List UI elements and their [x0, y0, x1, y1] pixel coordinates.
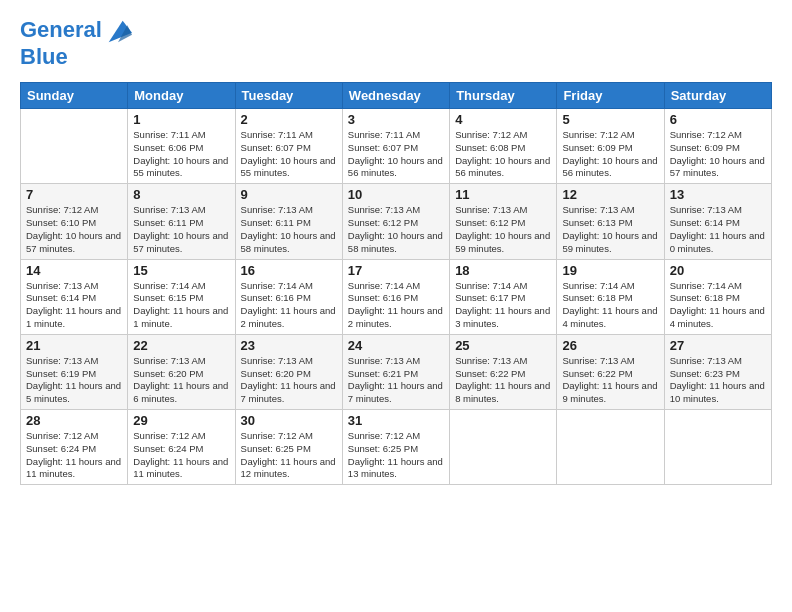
- day-info: Sunrise: 7:13 AMSunset: 6:14 PMDaylight:…: [670, 204, 766, 255]
- day-number: 8: [133, 187, 229, 202]
- day-number: 6: [670, 112, 766, 127]
- week-row-5: 28Sunrise: 7:12 AMSunset: 6:24 PMDayligh…: [21, 410, 772, 485]
- weekday-monday: Monday: [128, 83, 235, 109]
- day-info: Sunrise: 7:13 AMSunset: 6:22 PMDaylight:…: [562, 355, 658, 406]
- day-number: 16: [241, 263, 337, 278]
- day-cell: 24Sunrise: 7:13 AMSunset: 6:21 PMDayligh…: [342, 334, 449, 409]
- day-cell: 1Sunrise: 7:11 AMSunset: 6:06 PMDaylight…: [128, 109, 235, 184]
- day-info: Sunrise: 7:11 AMSunset: 6:07 PMDaylight:…: [241, 129, 337, 180]
- day-cell: 26Sunrise: 7:13 AMSunset: 6:22 PMDayligh…: [557, 334, 664, 409]
- day-cell: 23Sunrise: 7:13 AMSunset: 6:20 PMDayligh…: [235, 334, 342, 409]
- day-cell: 10Sunrise: 7:13 AMSunset: 6:12 PMDayligh…: [342, 184, 449, 259]
- weekday-wednesday: Wednesday: [342, 83, 449, 109]
- day-cell: 6Sunrise: 7:12 AMSunset: 6:09 PMDaylight…: [664, 109, 771, 184]
- day-number: 19: [562, 263, 658, 278]
- day-info: Sunrise: 7:12 AMSunset: 6:25 PMDaylight:…: [348, 430, 444, 481]
- day-info: Sunrise: 7:13 AMSunset: 6:23 PMDaylight:…: [670, 355, 766, 406]
- day-info: Sunrise: 7:13 AMSunset: 6:20 PMDaylight:…: [241, 355, 337, 406]
- day-cell: 2Sunrise: 7:11 AMSunset: 6:07 PMDaylight…: [235, 109, 342, 184]
- day-info: Sunrise: 7:13 AMSunset: 6:12 PMDaylight:…: [455, 204, 551, 255]
- day-info: Sunrise: 7:11 AMSunset: 6:06 PMDaylight:…: [133, 129, 229, 180]
- day-number: 29: [133, 413, 229, 428]
- day-number: 21: [26, 338, 122, 353]
- day-info: Sunrise: 7:14 AMSunset: 6:17 PMDaylight:…: [455, 280, 551, 331]
- day-number: 12: [562, 187, 658, 202]
- logo-icon: [104, 16, 132, 44]
- day-cell: 15Sunrise: 7:14 AMSunset: 6:15 PMDayligh…: [128, 259, 235, 334]
- day-info: Sunrise: 7:11 AMSunset: 6:07 PMDaylight:…: [348, 129, 444, 180]
- day-number: 1: [133, 112, 229, 127]
- week-row-2: 7Sunrise: 7:12 AMSunset: 6:10 PMDaylight…: [21, 184, 772, 259]
- day-info: Sunrise: 7:13 AMSunset: 6:11 PMDaylight:…: [133, 204, 229, 255]
- day-info: Sunrise: 7:13 AMSunset: 6:21 PMDaylight:…: [348, 355, 444, 406]
- day-info: Sunrise: 7:13 AMSunset: 6:11 PMDaylight:…: [241, 204, 337, 255]
- page: General Blue SundayMondayTuesdayWednesda…: [0, 0, 792, 497]
- day-info: Sunrise: 7:12 AMSunset: 6:10 PMDaylight:…: [26, 204, 122, 255]
- day-number: 23: [241, 338, 337, 353]
- weekday-thursday: Thursday: [450, 83, 557, 109]
- day-cell: [557, 410, 664, 485]
- week-row-1: 1Sunrise: 7:11 AMSunset: 6:06 PMDaylight…: [21, 109, 772, 184]
- day-cell: [664, 410, 771, 485]
- weekday-tuesday: Tuesday: [235, 83, 342, 109]
- weekday-saturday: Saturday: [664, 83, 771, 109]
- day-info: Sunrise: 7:13 AMSunset: 6:13 PMDaylight:…: [562, 204, 658, 255]
- weekday-friday: Friday: [557, 83, 664, 109]
- day-cell: [21, 109, 128, 184]
- weekday-sunday: Sunday: [21, 83, 128, 109]
- day-number: 24: [348, 338, 444, 353]
- week-row-4: 21Sunrise: 7:13 AMSunset: 6:19 PMDayligh…: [21, 334, 772, 409]
- day-number: 30: [241, 413, 337, 428]
- day-info: Sunrise: 7:14 AMSunset: 6:18 PMDaylight:…: [670, 280, 766, 331]
- day-cell: 12Sunrise: 7:13 AMSunset: 6:13 PMDayligh…: [557, 184, 664, 259]
- day-info: Sunrise: 7:12 AMSunset: 6:08 PMDaylight:…: [455, 129, 551, 180]
- day-cell: 19Sunrise: 7:14 AMSunset: 6:18 PMDayligh…: [557, 259, 664, 334]
- day-cell: 20Sunrise: 7:14 AMSunset: 6:18 PMDayligh…: [664, 259, 771, 334]
- day-info: Sunrise: 7:14 AMSunset: 6:16 PMDaylight:…: [241, 280, 337, 331]
- day-info: Sunrise: 7:12 AMSunset: 6:24 PMDaylight:…: [133, 430, 229, 481]
- day-cell: 8Sunrise: 7:13 AMSunset: 6:11 PMDaylight…: [128, 184, 235, 259]
- day-cell: 11Sunrise: 7:13 AMSunset: 6:12 PMDayligh…: [450, 184, 557, 259]
- day-cell: 3Sunrise: 7:11 AMSunset: 6:07 PMDaylight…: [342, 109, 449, 184]
- day-cell: 9Sunrise: 7:13 AMSunset: 6:11 PMDaylight…: [235, 184, 342, 259]
- day-number: 3: [348, 112, 444, 127]
- day-cell: 28Sunrise: 7:12 AMSunset: 6:24 PMDayligh…: [21, 410, 128, 485]
- day-cell: 30Sunrise: 7:12 AMSunset: 6:25 PMDayligh…: [235, 410, 342, 485]
- day-info: Sunrise: 7:13 AMSunset: 6:19 PMDaylight:…: [26, 355, 122, 406]
- day-number: 13: [670, 187, 766, 202]
- day-info: Sunrise: 7:14 AMSunset: 6:15 PMDaylight:…: [133, 280, 229, 331]
- day-info: Sunrise: 7:12 AMSunset: 6:09 PMDaylight:…: [562, 129, 658, 180]
- day-info: Sunrise: 7:12 AMSunset: 6:09 PMDaylight:…: [670, 129, 766, 180]
- day-cell: 7Sunrise: 7:12 AMSunset: 6:10 PMDaylight…: [21, 184, 128, 259]
- day-number: 27: [670, 338, 766, 353]
- day-info: Sunrise: 7:13 AMSunset: 6:14 PMDaylight:…: [26, 280, 122, 331]
- day-number: 14: [26, 263, 122, 278]
- day-cell: 25Sunrise: 7:13 AMSunset: 6:22 PMDayligh…: [450, 334, 557, 409]
- logo: General Blue: [20, 16, 132, 70]
- day-info: Sunrise: 7:12 AMSunset: 6:25 PMDaylight:…: [241, 430, 337, 481]
- day-number: 4: [455, 112, 551, 127]
- day-cell: 18Sunrise: 7:14 AMSunset: 6:17 PMDayligh…: [450, 259, 557, 334]
- logo-blue: Blue: [20, 44, 68, 70]
- day-info: Sunrise: 7:14 AMSunset: 6:18 PMDaylight:…: [562, 280, 658, 331]
- day-number: 22: [133, 338, 229, 353]
- day-cell: [450, 410, 557, 485]
- day-info: Sunrise: 7:13 AMSunset: 6:22 PMDaylight:…: [455, 355, 551, 406]
- day-number: 11: [455, 187, 551, 202]
- day-cell: 17Sunrise: 7:14 AMSunset: 6:16 PMDayligh…: [342, 259, 449, 334]
- week-row-3: 14Sunrise: 7:13 AMSunset: 6:14 PMDayligh…: [21, 259, 772, 334]
- day-number: 15: [133, 263, 229, 278]
- day-cell: 22Sunrise: 7:13 AMSunset: 6:20 PMDayligh…: [128, 334, 235, 409]
- day-number: 10: [348, 187, 444, 202]
- day-cell: 5Sunrise: 7:12 AMSunset: 6:09 PMDaylight…: [557, 109, 664, 184]
- day-number: 20: [670, 263, 766, 278]
- day-number: 17: [348, 263, 444, 278]
- day-info: Sunrise: 7:13 AMSunset: 6:12 PMDaylight:…: [348, 204, 444, 255]
- day-cell: 13Sunrise: 7:13 AMSunset: 6:14 PMDayligh…: [664, 184, 771, 259]
- logo-text: General: [20, 18, 102, 42]
- day-number: 25: [455, 338, 551, 353]
- calendar: SundayMondayTuesdayWednesdayThursdayFrid…: [20, 82, 772, 485]
- header: General Blue: [20, 16, 772, 70]
- day-number: 2: [241, 112, 337, 127]
- day-number: 7: [26, 187, 122, 202]
